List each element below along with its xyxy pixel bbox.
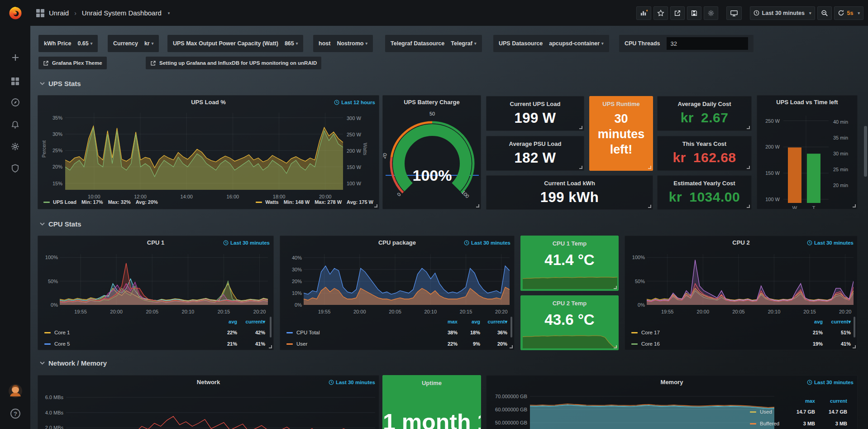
panel-title[interactable]: UPS Load vs Time left bbox=[762, 99, 853, 106]
legend-scrollbar[interactable] bbox=[854, 317, 855, 337]
section-cpu-stats[interactable]: CPU Stats bbox=[40, 220, 81, 228]
y-axis-tick: 250 W bbox=[347, 131, 374, 138]
panel-title[interactable]: Uptime bbox=[383, 380, 481, 386]
legend-item-core-1[interactable]: Core 1 bbox=[44, 330, 70, 335]
variable-value[interactable]: Nostromo▾ bbox=[337, 40, 367, 47]
legend-scrollbar[interactable] bbox=[270, 317, 272, 337]
chevron-down-icon bbox=[40, 82, 45, 85]
sidebar-create-icon[interactable] bbox=[0, 48, 30, 67]
variable-label: host bbox=[319, 40, 330, 47]
panel-title[interactable]: UPS Battery Charge bbox=[401, 99, 463, 106]
panel-title[interactable]: Current Load kWh bbox=[486, 180, 653, 187]
add-panel-button[interactable] bbox=[636, 6, 651, 20]
sidebar-alerting-icon[interactable] bbox=[0, 116, 30, 134]
section-ups-stats[interactable]: UPS Stats bbox=[40, 80, 81, 87]
panel-cpu2: CPU 2 Last 30 minutes 100%50%0%19:5520:0… bbox=[625, 236, 858, 350]
variable-value[interactable]: Telegraf▾ bbox=[451, 40, 476, 47]
user-avatar[interactable] bbox=[0, 382, 30, 400]
variable-kwh-price[interactable]: kWh Price 0.65▾ bbox=[38, 35, 98, 52]
sidebar-configuration-icon[interactable] bbox=[0, 137, 30, 155]
variable-telegraf-datasource[interactable]: Telegraf Datasource Telegraf▾ bbox=[385, 35, 482, 52]
legend-sort-header-current[interactable]: current▾ bbox=[821, 319, 851, 325]
stat-value: 43.6 °C bbox=[521, 311, 618, 328]
grafana-logo[interactable] bbox=[6, 4, 24, 22]
breadcrumb-dashboard-title[interactable]: Unraid System Dashboard bbox=[82, 9, 162, 17]
refresh-interval-label[interactable]: 5s bbox=[847, 10, 854, 16]
variable-value[interactable]: 0.65▾ bbox=[77, 40, 92, 47]
panel-time-override: Last 30 minutes bbox=[807, 380, 854, 385]
panel-title[interactable]: UPS Load % bbox=[56, 99, 361, 106]
legend-item-core-17[interactable]: Core 17 bbox=[631, 330, 660, 335]
cpu-threads-input[interactable] bbox=[667, 37, 748, 50]
sidebar-explore-icon[interactable] bbox=[0, 93, 30, 111]
legend-sort-header-avg[interactable]: avg bbox=[793, 319, 823, 324]
dashboards-grid-icon[interactable] bbox=[36, 9, 44, 17]
clock-icon bbox=[334, 100, 339, 105]
legend-sort-header-avg[interactable]: avg bbox=[450, 319, 480, 324]
legend-value: 36% bbox=[477, 330, 507, 335]
panel-title[interactable]: Average PSU Load bbox=[486, 140, 584, 147]
time-range-picker[interactable]: Last 30 minutes ▾ bbox=[750, 6, 815, 20]
dashboard-title-caret-icon[interactable]: ▾ bbox=[166, 11, 170, 15]
legend-item-used[interactable]: Used bbox=[750, 409, 772, 415]
page-scrollbar[interactable] bbox=[864, 0, 867, 429]
link-grafana-plex-theme[interactable]: Grafana Plex Theme bbox=[38, 57, 107, 69]
panel-title[interactable]: Network bbox=[56, 379, 361, 386]
zoom-out-time-button[interactable] bbox=[817, 6, 832, 20]
variable-currency[interactable]: Currency kr▾ bbox=[108, 35, 159, 52]
legend-item-buffered[interactable]: Buffered bbox=[750, 421, 779, 426]
refresh-button[interactable]: 5s ▾ bbox=[834, 6, 863, 20]
variable-value[interactable]: apcupsd-container▾ bbox=[549, 40, 603, 47]
legend-item-core-5[interactable]: Core 5 bbox=[44, 341, 70, 347]
legend-sort-header-max[interactable]: max bbox=[785, 398, 815, 404]
panel-title[interactable]: Current UPS Load bbox=[486, 101, 584, 107]
panel-title[interactable]: Estimated Yearly Cost bbox=[658, 180, 751, 187]
link-ups-monitoring-guide[interactable]: Setting up Grafana and InfluxDB for UPS … bbox=[146, 57, 321, 69]
share-dashboard-button[interactable] bbox=[670, 6, 685, 20]
legend-series-color bbox=[43, 202, 50, 203]
y-axis-tick: 300 W bbox=[347, 115, 374, 121]
panel-title[interactable]: Average Daily Cost bbox=[658, 101, 751, 107]
legend-value: 41% bbox=[235, 341, 265, 347]
panel-memory: Memory Last 30 minutes 70.000000 GB60.00… bbox=[486, 375, 858, 429]
save-dashboard-button[interactable] bbox=[687, 6, 701, 20]
variable-label: UPS Max Output Power Capacity (Watt) bbox=[173, 40, 278, 47]
legend-value: 41% bbox=[821, 341, 851, 347]
panel-title[interactable]: CPU 1 Temp bbox=[521, 240, 618, 247]
star-dashboard-button[interactable] bbox=[653, 6, 668, 20]
panel-title[interactable]: CPU 2 Temp bbox=[521, 300, 618, 307]
x-axis-tick: 20:00 bbox=[345, 308, 374, 315]
panel-title[interactable]: UPS Runtime bbox=[590, 101, 653, 107]
legend-sort-header-avg[interactable]: avg bbox=[207, 319, 237, 324]
legend-sort-header-current[interactable]: current▾ bbox=[235, 319, 265, 325]
scrollbar-thumb[interactable] bbox=[864, 126, 867, 177]
panel-time-override: Last 30 minutes bbox=[807, 240, 854, 246]
variable-value[interactable]: 865▾ bbox=[285, 40, 298, 47]
legend-item-user[interactable]: User bbox=[286, 341, 307, 347]
variable-ups-datasource[interactable]: UPS Datasource apcupsd-container▾ bbox=[493, 35, 609, 52]
y-axis-tick: 150 W bbox=[347, 164, 374, 170]
sidebar-dashboards-icon[interactable] bbox=[0, 72, 30, 90]
variable-value[interactable]: kr▾ bbox=[144, 40, 153, 47]
legend-item-ups-load[interactable]: UPS LoadMin: 17%Max: 32%Avg: 20% bbox=[43, 199, 158, 205]
legend-item-watts[interactable]: WattsMin: 148 WMax: 278 WAvg: 175 W bbox=[256, 199, 373, 205]
legend-scrollbar[interactable] bbox=[510, 317, 512, 337]
breadcrumb-folder[interactable]: Unraid bbox=[49, 9, 69, 17]
legend-sort-header-current[interactable]: current▾ bbox=[477, 319, 507, 325]
sidebar-server-admin-icon[interactable] bbox=[0, 159, 30, 177]
panel-title[interactable]: Memory bbox=[505, 379, 839, 386]
tv-mode-button[interactable] bbox=[726, 6, 742, 20]
dashboard-settings-button[interactable] bbox=[704, 6, 718, 20]
legend-item-core-16[interactable]: Core 16 bbox=[631, 341, 660, 347]
legend-sort-header-current[interactable]: current bbox=[817, 398, 847, 404]
y-axis-tick: 0% bbox=[626, 302, 645, 308]
section-network-memory[interactable]: Network / Memory bbox=[40, 359, 107, 367]
svg-text:0: 0 bbox=[396, 191, 402, 197]
panel-title[interactable]: This Years Cost bbox=[658, 140, 751, 147]
variable-host[interactable]: host Nostromo▾ bbox=[313, 35, 373, 52]
x-axis-tick: 20:10 bbox=[416, 308, 445, 315]
variable-ups-max-output[interactable]: UPS Max Output Power Capacity (Watt) 865… bbox=[167, 35, 303, 52]
y-axis-tick: 100 W bbox=[347, 180, 374, 187]
help-icon[interactable]: ? bbox=[0, 405, 30, 423]
legend-item-cpu-total[interactable]: CPU Total bbox=[286, 330, 320, 335]
